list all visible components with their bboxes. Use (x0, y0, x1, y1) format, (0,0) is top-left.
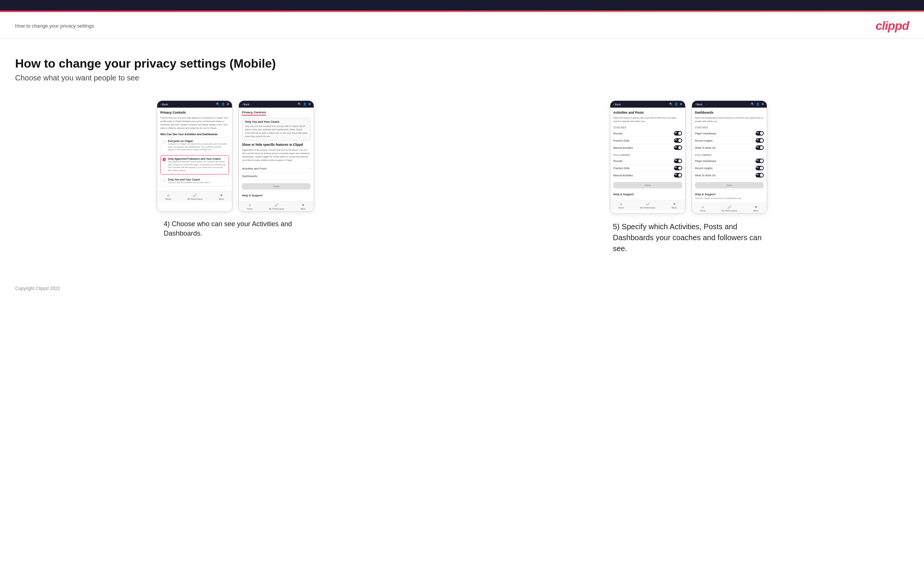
phone-2-footer: ⌂ Home 📈 My Performance ≡ Menu (239, 201, 314, 211)
search-icon-2[interactable]: 🔍 (298, 103, 301, 106)
followers-round-insights-toggle-4[interactable]: ON (756, 166, 764, 170)
phone-3: ‹ Back 🔍 👤 ⚙ Activities and Posts Select… (610, 100, 685, 214)
followers-what-work-toggle-4[interactable]: ON (756, 173, 764, 177)
settings-icon-3[interactable]: ⚙ (680, 103, 682, 106)
user-icon[interactable]: 👤 (221, 103, 225, 106)
radio-only-you[interactable]: Only You and Your Coach Only you and the… (160, 176, 229, 187)
footer-performance-label-1: My Performance (187, 198, 203, 200)
save-button-4[interactable]: Save (695, 182, 764, 189)
footer-menu-3[interactable]: ≡ Menu (672, 202, 677, 209)
followers-player-dash-label-4: Player Dashboard (695, 160, 716, 162)
footer-performance-label-4: My Performance (722, 210, 737, 212)
footer-home-4[interactable]: ⌂ Home (700, 205, 706, 212)
save-button-3[interactable]: Save (613, 182, 682, 189)
followers-drills-toggle-3[interactable]: ON (674, 166, 682, 170)
phone-4-back[interactable]: ‹ Back (695, 103, 703, 106)
phone-2-back[interactable]: ‹ Back (242, 103, 249, 106)
coaches-manual-toggle-3[interactable]: ON (674, 145, 682, 150)
popover-card: Only You and Your Coach Only you and the… (242, 118, 311, 140)
followers-rounds-label-3: Rounds (613, 160, 622, 162)
phone-1-back[interactable]: ‹ Back (160, 103, 168, 106)
footer-performance-label-3: My Performance (640, 206, 655, 209)
top-bar (0, 0, 924, 12)
followers-player-dash-toggle-4[interactable]: ON (756, 159, 764, 163)
phone-3-back[interactable]: ‹ Back (613, 103, 621, 106)
help-support-desc-4: Visit our Clippd community to troublesho… (695, 197, 764, 200)
copyright: Copyright Clippd 2022 (15, 286, 60, 291)
radio-only-you-desc: Only you and the coaches you connect wit… (168, 181, 210, 184)
phone-2-nav: ‹ Back 🔍 👤 ⚙ (239, 101, 314, 108)
search-icon-4[interactable]: 🔍 (751, 103, 754, 106)
chevron-left-icon-4: ‹ (695, 103, 696, 106)
menu-icon-1: ≡ (220, 193, 222, 197)
radio-everyone[interactable]: Everyone on Clippd Everyone on Clippd ca… (160, 137, 229, 154)
coaches-round-insights-toggle-4[interactable]: ON (756, 138, 764, 143)
dashboards-link[interactable]: Dashboards › (242, 172, 311, 180)
activities-posts-link[interactable]: Activities and Posts › (242, 165, 311, 172)
user-icon-3[interactable]: 👤 (675, 103, 678, 106)
privacy-controls-tab[interactable]: Privacy Controls (242, 111, 266, 116)
coaches-rounds-toggle-3[interactable]: ON (674, 131, 682, 135)
phone-1-back-label: Back (162, 103, 168, 106)
radio-only-you-text: Only You and Your Coach Only you and the… (168, 178, 210, 184)
user-icon-2[interactable]: 👤 (303, 103, 307, 106)
settings-icon-4[interactable]: ⚙ (761, 103, 764, 106)
user-icon-4[interactable]: 👤 (756, 103, 759, 106)
footer-menu-1[interactable]: ≡ Menu (219, 193, 224, 200)
phone-4-footer: ⌂ Home 📈 My Performance ≡ Menu (692, 203, 767, 213)
dashboards-label: Dashboards (242, 174, 257, 178)
caption-5: 5) Specify which Activities, Posts and D… (606, 221, 772, 254)
save-button-2[interactable]: Save (242, 183, 311, 190)
coaches-drills-3: Practice Drills ON (613, 137, 682, 144)
phone-1-content: Privacy Controls Control how you and you… (157, 108, 232, 191)
coaches-what-work-toggle-4[interactable]: ON (756, 145, 764, 150)
performance-icon-4: 📈 (727, 205, 732, 209)
chevron-left-icon-3: ‹ (613, 103, 614, 106)
help-support-2: Help & Support (242, 192, 311, 198)
radio-only-you-title: Only You and Your Coach (168, 178, 210, 181)
header: How to change your privacy settings clip… (0, 12, 924, 39)
footer-home-1[interactable]: ⌂ Home (166, 193, 171, 200)
followers-manual-toggle-3[interactable]: ON (674, 173, 682, 177)
followers-manual-3: Manual Activities ON (613, 172, 682, 179)
footer-menu-4[interactable]: ≡ Menu (753, 205, 758, 212)
followers-what-work-4: What To Work On ON (695, 172, 764, 179)
home-icon-1: ⌂ (167, 193, 169, 197)
phone-3-back-label: Back (615, 103, 621, 106)
coaches-drills-toggle-3[interactable]: ON (674, 138, 682, 143)
footer-menu-2[interactable]: ≡ Menu (300, 203, 306, 210)
search-icon-3[interactable]: 🔍 (669, 103, 673, 106)
menu-icon-2: ≡ (302, 203, 304, 207)
coaches-label-3: COACHES (613, 126, 682, 129)
menu-icon-3: ≡ (674, 202, 675, 206)
help-support-3: Help & Support (613, 191, 682, 197)
footer-home-3[interactable]: ⌂ Home (618, 202, 624, 209)
radio-approved-followers[interactable]: Only Approved Followers and Your Coach O… (160, 155, 229, 174)
phone-4-content: Dashboards Select the dashboards that yo… (692, 108, 767, 203)
footer-performance-4[interactable]: 📈 My Performance (722, 205, 737, 212)
coaches-what-work-label-4: What To Work On (695, 147, 716, 149)
footer-home-2[interactable]: ⌂ Home (247, 203, 253, 210)
footer-menu-label-2: Menu (300, 208, 306, 210)
footer-performance-2[interactable]: 📈 My Performance (269, 203, 284, 210)
footer-performance-3[interactable]: 📈 My Performance (640, 202, 655, 209)
divider-3 (613, 190, 682, 190)
footer-performance-1[interactable]: 📈 My Performance (187, 193, 203, 200)
phone-3-nav: ‹ Back 🔍 👤 ⚙ (610, 101, 685, 108)
settings-icon[interactable]: ⚙ (227, 103, 229, 106)
mockup-group-right: ‹ Back 🔍 👤 ⚙ Activities and Posts Select… (468, 100, 909, 254)
coaches-player-dash-toggle-4[interactable]: ON (756, 131, 764, 135)
mockups-row: ‹ Back 🔍 👤 ⚙ Privacy Controls Control ho… (15, 100, 909, 254)
activities-posts-label: Activities and Posts (242, 167, 267, 170)
popover-title: Only You and Your Coach (245, 120, 308, 124)
phone-1: ‹ Back 🔍 👤 ⚙ Privacy Controls Control ho… (157, 100, 233, 212)
logo: clippd (876, 19, 909, 33)
search-icon[interactable]: 🔍 (216, 103, 220, 106)
footer-menu-label-4: Menu (753, 210, 758, 212)
phone-4: ‹ Back 🔍 👤 ⚙ Dashboards Select the dashb… (691, 100, 767, 214)
radio-everyone-text: Everyone on Clippd Everyone on Clippd ca… (168, 140, 227, 152)
followers-rounds-toggle-3[interactable]: ON (674, 159, 682, 163)
phone-1-section-title: Privacy Controls (160, 111, 229, 114)
settings-icon-2[interactable]: ⚙ (309, 103, 311, 106)
phone-4-nav: ‹ Back 🔍 👤 ⚙ (692, 101, 767, 108)
